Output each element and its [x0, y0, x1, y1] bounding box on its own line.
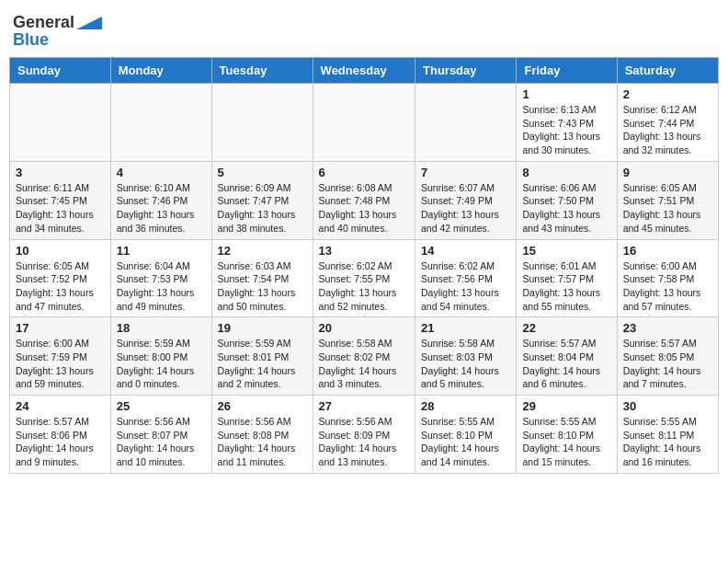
calendar-cell: 2Sunrise: 6:12 AM Sunset: 7:44 PM Daylig…: [617, 84, 718, 162]
calendar-cell: 18Sunrise: 5:59 AM Sunset: 8:00 PM Dayli…: [110, 317, 211, 396]
cell-info: Sunrise: 5:59 AM Sunset: 8:00 PM Dayligh…: [117, 337, 206, 391]
cell-info: Sunrise: 5:57 AM Sunset: 8:06 PM Dayligh…: [16, 415, 105, 469]
col-header-wednesday: Wednesday: [313, 58, 415, 84]
calendar-cell: 10Sunrise: 6:05 AM Sunset: 7:52 PM Dayli…: [10, 239, 111, 317]
cell-info: Sunrise: 5:56 AM Sunset: 8:09 PM Dayligh…: [319, 415, 409, 469]
calendar-cell: 13Sunrise: 6:02 AM Sunset: 7:55 PM Dayli…: [313, 239, 415, 317]
calendar-cell: [313, 84, 415, 162]
calendar-cell: 20Sunrise: 5:58 AM Sunset: 8:02 PM Dayli…: [313, 317, 415, 396]
calendar-table: SundayMondayTuesdayWednesdayThursdayFrid…: [9, 57, 719, 474]
calendar-cell: [415, 84, 517, 162]
cell-day-number: 22: [522, 321, 610, 335]
calendar-cell: 5Sunrise: 6:09 AM Sunset: 7:47 PM Daylig…: [211, 161, 313, 239]
calendar-cell: 14Sunrise: 6:02 AM Sunset: 7:56 PM Dayli…: [415, 239, 517, 317]
cell-day-number: 12: [218, 244, 307, 258]
cell-info: Sunrise: 6:02 AM Sunset: 7:55 PM Dayligh…: [319, 259, 409, 314]
svg-marker-0: [76, 17, 102, 29]
calendar-cell: 19Sunrise: 5:59 AM Sunset: 8:01 PM Dayli…: [211, 317, 313, 396]
calendar-cell: 15Sunrise: 6:01 AM Sunset: 7:57 PM Dayli…: [517, 239, 617, 317]
cell-day-number: 20: [319, 321, 409, 335]
cell-day-number: 24: [16, 399, 105, 413]
calendar-week-1: 1Sunrise: 6:13 AM Sunset: 7:43 PM Daylig…: [10, 84, 719, 162]
calendar-cell: 11Sunrise: 6:04 AM Sunset: 7:53 PM Dayli…: [110, 239, 211, 317]
col-header-thursday: Thursday: [415, 58, 517, 84]
cell-info: Sunrise: 6:09 AM Sunset: 7:47 PM Dayligh…: [218, 181, 307, 236]
cell-info: Sunrise: 6:10 AM Sunset: 7:46 PM Dayligh…: [117, 181, 206, 236]
cell-day-number: 15: [522, 244, 610, 258]
cell-info: Sunrise: 5:59 AM Sunset: 8:01 PM Dayligh…: [218, 337, 307, 391]
cell-info: Sunrise: 6:01 AM Sunset: 7:57 PM Dayligh…: [522, 259, 610, 314]
calendar-cell: 30Sunrise: 5:55 AM Sunset: 8:11 PM Dayli…: [617, 396, 718, 474]
cell-day-number: 17: [16, 321, 105, 335]
logo-blue-text: Blue: [13, 30, 49, 50]
logo: General Blue: [13, 13, 102, 50]
cell-day-number: 2: [623, 87, 712, 101]
cell-day-number: 19: [218, 321, 307, 335]
col-header-tuesday: Tuesday: [211, 58, 313, 84]
calendar-cell: 12Sunrise: 6:03 AM Sunset: 7:54 PM Dayli…: [211, 239, 313, 317]
calendar-cell: 22Sunrise: 5:57 AM Sunset: 8:04 PM Dayli…: [517, 317, 617, 396]
cell-info: Sunrise: 5:55 AM Sunset: 8:10 PM Dayligh…: [522, 415, 610, 469]
calendar-cell: 21Sunrise: 5:58 AM Sunset: 8:03 PM Dayli…: [415, 317, 517, 396]
cell-day-number: 11: [117, 244, 206, 258]
cell-day-number: 14: [421, 244, 510, 258]
calendar-cell: 28Sunrise: 5:55 AM Sunset: 8:10 PM Dayli…: [415, 396, 517, 474]
cell-info: Sunrise: 5:58 AM Sunset: 8:03 PM Dayligh…: [421, 337, 510, 391]
logo-icon: [76, 17, 102, 29]
cell-info: Sunrise: 6:07 AM Sunset: 7:49 PM Dayligh…: [421, 181, 510, 236]
cell-day-number: 10: [16, 244, 105, 258]
cell-day-number: 23: [623, 321, 712, 335]
calendar-cell: 6Sunrise: 6:08 AM Sunset: 7:48 PM Daylig…: [313, 161, 415, 239]
cell-info: Sunrise: 6:06 AM Sunset: 7:50 PM Dayligh…: [522, 181, 610, 236]
calendar-cell: [10, 84, 111, 162]
calendar-week-2: 3Sunrise: 6:11 AM Sunset: 7:45 PM Daylig…: [10, 161, 719, 239]
calendar-week-3: 10Sunrise: 6:05 AM Sunset: 7:52 PM Dayli…: [10, 239, 719, 317]
calendar-cell: 17Sunrise: 6:00 AM Sunset: 7:59 PM Dayli…: [10, 317, 111, 396]
cell-info: Sunrise: 5:57 AM Sunset: 8:05 PM Dayligh…: [623, 337, 712, 391]
calendar-cell: 25Sunrise: 5:56 AM Sunset: 8:07 PM Dayli…: [110, 396, 211, 474]
col-header-friday: Friday: [517, 58, 617, 84]
calendar-cell: 16Sunrise: 6:00 AM Sunset: 7:58 PM Dayli…: [617, 239, 718, 317]
calendar-cell: 29Sunrise: 5:55 AM Sunset: 8:10 PM Dayli…: [517, 396, 617, 474]
cell-day-number: 1: [522, 87, 610, 101]
cell-info: Sunrise: 5:55 AM Sunset: 8:11 PM Dayligh…: [623, 415, 712, 469]
calendar-cell: 7Sunrise: 6:07 AM Sunset: 7:49 PM Daylig…: [415, 161, 517, 239]
cell-info: Sunrise: 6:13 AM Sunset: 7:43 PM Dayligh…: [522, 103, 610, 157]
calendar-cell: 23Sunrise: 5:57 AM Sunset: 8:05 PM Dayli…: [617, 317, 718, 396]
cell-info: Sunrise: 5:56 AM Sunset: 8:08 PM Dayligh…: [218, 415, 307, 469]
cell-info: Sunrise: 6:05 AM Sunset: 7:51 PM Dayligh…: [623, 181, 712, 236]
calendar-cell: 24Sunrise: 5:57 AM Sunset: 8:06 PM Dayli…: [10, 396, 111, 474]
calendar-cell: [110, 84, 211, 162]
cell-day-number: 28: [421, 399, 510, 413]
cell-info: Sunrise: 6:08 AM Sunset: 7:48 PM Dayligh…: [319, 181, 409, 236]
calendar-cell: 4Sunrise: 6:10 AM Sunset: 7:46 PM Daylig…: [110, 161, 211, 239]
calendar-cell: 3Sunrise: 6:11 AM Sunset: 7:45 PM Daylig…: [10, 161, 111, 239]
col-header-sunday: Sunday: [10, 58, 111, 84]
cell-info: Sunrise: 5:55 AM Sunset: 8:10 PM Dayligh…: [421, 415, 510, 469]
cell-day-number: 27: [319, 399, 409, 413]
calendar-cell: 8Sunrise: 6:06 AM Sunset: 7:50 PM Daylig…: [517, 161, 617, 239]
cell-info: Sunrise: 6:00 AM Sunset: 7:58 PM Dayligh…: [623, 259, 712, 314]
calendar-cell: 26Sunrise: 5:56 AM Sunset: 8:08 PM Dayli…: [211, 396, 313, 474]
cell-info: Sunrise: 5:57 AM Sunset: 8:04 PM Dayligh…: [522, 337, 610, 391]
calendar-week-4: 17Sunrise: 6:00 AM Sunset: 7:59 PM Dayli…: [10, 317, 719, 396]
cell-info: Sunrise: 6:00 AM Sunset: 7:59 PM Dayligh…: [16, 337, 105, 391]
cell-day-number: 21: [421, 321, 510, 335]
col-header-monday: Monday: [110, 58, 211, 84]
calendar-week-5: 24Sunrise: 5:57 AM Sunset: 8:06 PM Dayli…: [10, 396, 719, 474]
cell-info: Sunrise: 6:11 AM Sunset: 7:45 PM Dayligh…: [16, 181, 105, 236]
cell-day-number: 13: [319, 244, 409, 258]
cell-day-number: 9: [623, 166, 712, 179]
cell-day-number: 18: [117, 321, 206, 335]
calendar-cell: 9Sunrise: 6:05 AM Sunset: 7:51 PM Daylig…: [617, 161, 718, 239]
calendar-cell: [211, 84, 313, 162]
calendar-cell: 1Sunrise: 6:13 AM Sunset: 7:43 PM Daylig…: [517, 84, 617, 162]
calendar-cell: 27Sunrise: 5:56 AM Sunset: 8:09 PM Dayli…: [313, 396, 415, 474]
cell-info: Sunrise: 6:03 AM Sunset: 7:54 PM Dayligh…: [218, 259, 307, 314]
col-header-saturday: Saturday: [617, 58, 718, 84]
page-header: General Blue: [9, 9, 719, 50]
cell-info: Sunrise: 6:05 AM Sunset: 7:52 PM Dayligh…: [16, 259, 105, 314]
cell-day-number: 3: [16, 166, 105, 179]
cell-day-number: 5: [218, 166, 307, 179]
cell-day-number: 6: [319, 166, 409, 179]
